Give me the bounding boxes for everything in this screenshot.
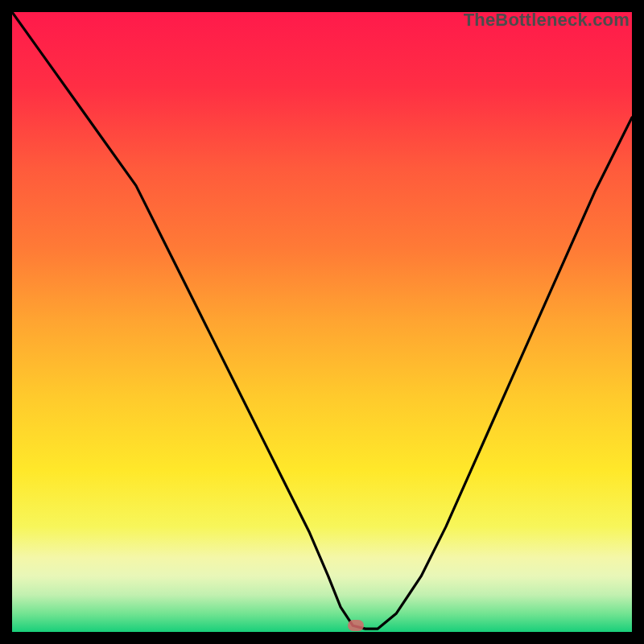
chart-stage: TheBottleneck.com	[0, 0, 644, 644]
watermark-text: TheBottleneck.com	[464, 10, 630, 31]
bottleneck-curve	[12, 12, 632, 629]
plot-area	[12, 12, 632, 632]
optimal-point-marker	[348, 620, 364, 631]
curve-svg	[12, 12, 632, 632]
